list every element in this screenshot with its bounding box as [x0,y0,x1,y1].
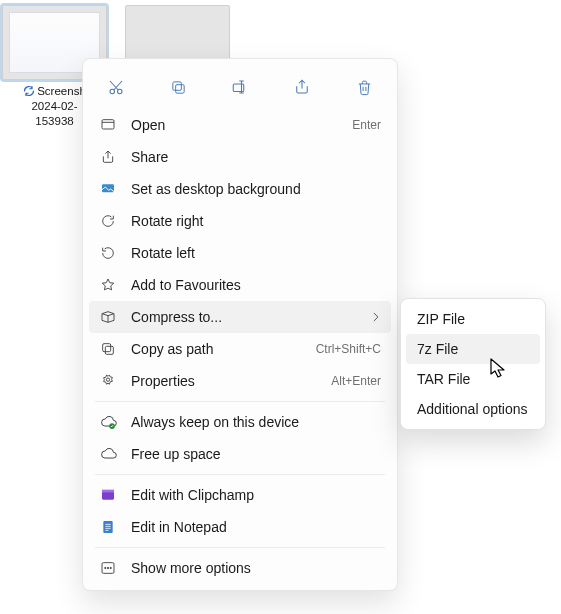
rename-button[interactable] [222,73,258,101]
share-button[interactable] [284,73,320,101]
open-icon [99,116,117,134]
submenu-label: TAR File [417,371,470,387]
svg-rect-11 [102,492,114,500]
menu-compress[interactable]: Compress to... [89,301,391,333]
menu-label: Free up space [131,446,381,462]
share-icon [99,148,117,166]
properties-icon [99,372,117,390]
svg-point-16 [107,567,108,568]
submenu-label: 7z File [417,341,458,357]
menu-label: Properties [131,373,317,389]
menu-shortcut: Alt+Enter [331,374,381,388]
submenu-zip[interactable]: ZIP File [406,304,540,334]
menu-label: Compress to... [131,309,357,325]
menu-properties[interactable]: Properties Alt+Enter [89,365,391,397]
menu-label: Copy as path [131,341,302,357]
menu-label: Always keep on this device [131,414,381,430]
cloud-icon [99,445,117,463]
file-label: Screensh 2024-02- 153938 [23,84,86,129]
menu-share[interactable]: Share [89,141,391,173]
svg-rect-12 [102,490,114,493]
menu-clipchamp[interactable]: Edit with Clipchamp [89,479,391,511]
submenu-label: Additional options [417,401,528,417]
svg-point-15 [105,567,106,568]
svg-rect-13 [103,521,112,533]
compress-icon [99,308,117,326]
menu-shortcut: Ctrl+Shift+C [316,342,381,356]
menu-always-keep[interactable]: Always keep on this device [89,406,391,438]
menu-label: Edit in Notepad [131,519,381,535]
submenu-additional[interactable]: Additional options [406,394,540,424]
rotate-left-icon [99,244,117,262]
svg-point-9 [106,378,109,381]
svg-rect-7 [103,344,111,352]
menu-rotate-right[interactable]: Rotate right [89,205,391,237]
menu-label: Edit with Clipchamp [131,487,381,503]
svg-rect-3 [172,81,181,90]
wallpaper-icon [99,180,117,198]
svg-rect-4 [233,84,244,92]
menu-free-up-space[interactable]: Free up space [89,438,391,470]
submenu-7z[interactable]: 7z File [406,334,540,364]
menu-label: Set as desktop background [131,181,381,197]
menu-label: Open [131,117,338,133]
svg-rect-8 [105,346,113,354]
cut-button[interactable] [98,73,134,101]
star-icon [99,276,117,294]
submenu-tar[interactable]: TAR File [406,364,540,394]
menu-notepad[interactable]: Edit in Notepad [89,511,391,543]
cloud-keep-icon [99,413,117,431]
separator [95,474,385,475]
menu-add-favourite[interactable]: Add to Favourites [89,269,391,301]
svg-rect-2 [175,84,184,93]
menu-show-more[interactable]: Show more options [89,552,391,584]
separator [95,547,385,548]
menu-copy-path[interactable]: Copy as path Ctrl+Shift+C [89,333,391,365]
menu-set-wallpaper[interactable]: Set as desktop background [89,173,391,205]
chevron-right-icon [371,312,381,322]
more-options-icon [99,559,117,577]
clipchamp-icon [99,486,117,504]
context-menu: Open Enter Share Set as desktop backgrou… [82,58,398,591]
submenu-label: ZIP File [417,311,465,327]
sync-icon [23,85,35,97]
menu-label: Share [131,149,381,165]
svg-point-17 [110,567,111,568]
copy-path-icon [99,340,117,358]
copy-button[interactable] [160,73,196,101]
menu-label: Show more options [131,560,381,576]
menu-label: Add to Favourites [131,277,381,293]
menu-shortcut: Enter [352,118,381,132]
context-toolbar [89,65,391,109]
menu-rotate-left[interactable]: Rotate left [89,237,391,269]
separator [95,401,385,402]
rotate-right-icon [99,212,117,230]
menu-label: Rotate right [131,213,381,229]
menu-label: Rotate left [131,245,381,261]
delete-button[interactable] [346,73,382,101]
menu-open[interactable]: Open Enter [89,109,391,141]
svg-rect-5 [102,120,114,129]
notepad-icon [99,518,117,536]
compress-submenu: ZIP File 7z File TAR File Additional opt… [400,298,546,430]
